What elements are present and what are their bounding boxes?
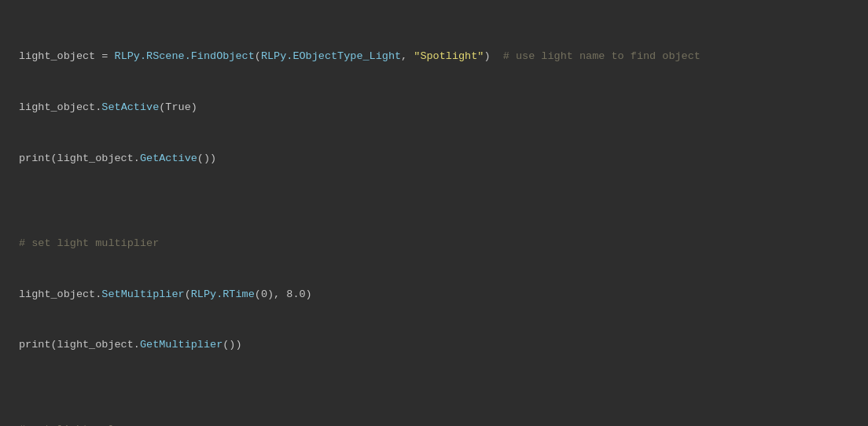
- code-line-1: light_object = RLPy.RScene.FindObject(RL…: [19, 48, 849, 65]
- code-line-2: light_object.SetActive(True): [19, 99, 849, 116]
- code-line-6: light_object.SetMultiplier(RLPy.RTime(0)…: [19, 286, 849, 303]
- code-line-7: print(light_object.GetMultiplier()): [19, 336, 849, 354]
- code-line-9: # set light color: [19, 421, 849, 426]
- code-content: light_object = RLPy.RScene.FindObject(RL…: [19, 14, 849, 426]
- code-editor: light_object = RLPy.RScene.FindObject(RL…: [0, 0, 868, 426]
- code-line-5: # set light multiplier: [19, 235, 849, 252]
- code-line-3: print(light_object.GetActive()): [19, 150, 849, 167]
